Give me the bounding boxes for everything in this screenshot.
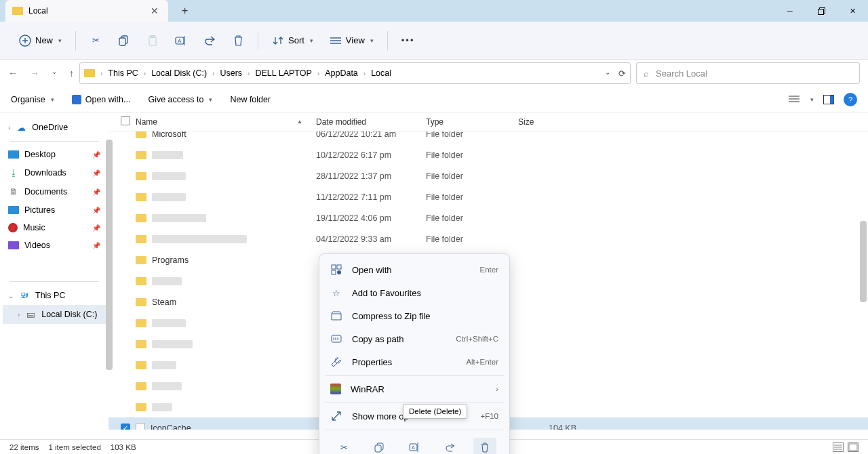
giveaccess-button[interactable]: Give access to ▾ — [148, 95, 212, 104]
row-checkbox[interactable]: ✓ — [121, 424, 130, 430]
new-tab-button[interactable]: + — [182, 5, 188, 17]
table-row[interactable]: 04/12/2022 9:33 amFile folder — [108, 228, 868, 249]
ctx-delete-button[interactable] — [473, 438, 496, 454]
ctx-compress-zip[interactable]: Compress to Zip file — [319, 304, 509, 327]
pictures-icon — [8, 206, 19, 214]
sort-icon — [272, 35, 284, 47]
ctx-winrar[interactable]: WinRAR› — [319, 378, 509, 400]
redacted-name — [152, 361, 176, 369]
sidebar-item-videos[interactable]: Videos📌 — [3, 236, 106, 254]
sidebar-item-pictures[interactable]: Pictures📌 — [3, 201, 106, 219]
crumb[interactable]: DELL LAPTOP — [252, 67, 314, 79]
sidebar-item-downloads[interactable]: ⭳Downloads📌 — [3, 163, 106, 182]
status-selected: 1 item selected — [48, 443, 100, 451]
row-date: 19/11/2022 4:06 pm — [316, 213, 426, 223]
close-button[interactable]: ✕ — [837, 0, 868, 22]
file-scrollbar[interactable] — [860, 221, 867, 302]
view-button[interactable]: View ▾ — [323, 30, 380, 51]
ctx-rename-button[interactable]: A — [403, 438, 426, 454]
new-button[interactable]: New ▾ — [12, 30, 68, 51]
sidebar-item-onedrive[interactable]: › ☁ OneDrive — [3, 118, 106, 137]
address-bar[interactable]: › This PC› Local Disk (C:)› Users› DELL … — [79, 62, 631, 84]
search-icon: ⌕ — [644, 68, 649, 79]
table-row[interactable]: Microsoft06/12/2022 10:21 amFile folder — [108, 131, 868, 144]
sidebar-item-localdisk[interactable]: ›🖴Local Disk (C:) — [3, 305, 106, 324]
sidebar-item-music[interactable]: Music📌 — [3, 219, 106, 236]
more-button[interactable]: ••• — [395, 31, 422, 49]
redacted-name — [152, 193, 186, 201]
tab[interactable]: Local ✕ — [5, 0, 168, 22]
chevron-down-icon: ▾ — [370, 37, 374, 44]
openwith-button[interactable]: Open with... — [72, 95, 131, 104]
crumb[interactable]: AppData — [322, 67, 361, 79]
chevron-down-icon: ▾ — [310, 37, 313, 44]
star-icon: ☆ — [330, 287, 342, 299]
folder-icon — [136, 382, 146, 390]
layout-icon[interactable] — [789, 96, 800, 104]
maximize-button[interactable] — [806, 0, 837, 22]
ctx-cut-button[interactable]: ✂ — [332, 438, 355, 454]
thumbnails-view-icon[interactable] — [848, 442, 859, 452]
pin-icon: 📌 — [92, 169, 100, 177]
command-bar: Organise ▾ Open with... Give access to ▾… — [0, 87, 868, 112]
crumb[interactable]: Users — [217, 67, 245, 79]
crumb[interactable]: Local — [368, 67, 394, 79]
folder-icon — [84, 69, 95, 77]
download-icon: ⭳ — [8, 167, 19, 178]
folder-icon — [136, 235, 146, 243]
ctx-add-favourites[interactable]: ☆Add to Favourites — [319, 281, 509, 304]
table-row[interactable]: 11/12/2022 7:11 pmFile folder — [108, 186, 868, 207]
history-chevron-icon[interactable]: ⌄ — [605, 68, 610, 79]
sidebar-item-documents[interactable]: 🗎Documents📌 — [3, 182, 106, 201]
ctx-copy-button[interactable] — [368, 438, 391, 454]
row-type: File folder — [426, 171, 518, 181]
up-button[interactable]: ↑ — [69, 68, 74, 79]
table-row[interactable]: 28/11/2022 1:37 pmFile folder — [108, 165, 868, 186]
newfolder-button[interactable]: New folder — [230, 95, 271, 104]
details-view-icon[interactable] — [833, 442, 844, 452]
paste-button[interactable] — [140, 30, 165, 51]
table-row[interactable]: 19/11/2022 4:06 pmFile folder — [108, 207, 868, 228]
minimize-button[interactable]: ─ — [774, 0, 806, 22]
select-all-checkbox[interactable] — [121, 116, 130, 125]
folder-icon — [136, 361, 146, 369]
drive-icon: 🖴 — [25, 309, 36, 320]
copy-button[interactable] — [111, 30, 137, 51]
row-type: File folder — [426, 192, 518, 202]
column-headers[interactable]: Name▲ Date modified Type Size — [108, 112, 868, 131]
forward-button[interactable]: → — [30, 68, 39, 79]
crumb[interactable]: Local Disk (C:) — [149, 67, 210, 79]
organise-button[interactable]: Organise ▾ — [11, 95, 54, 104]
desktop-icon — [8, 150, 19, 159]
delete-button[interactable] — [225, 30, 251, 51]
folder-icon — [136, 256, 146, 264]
sidebar-item-desktop[interactable]: Desktop📌 — [3, 146, 106, 163]
redacted-name — [152, 382, 182, 390]
ctx-copy-path[interactable]: Copy as pathCtrl+Shift+C — [319, 327, 509, 350]
sort-button[interactable]: Sort ▾ — [265, 30, 320, 51]
back-button[interactable]: ← — [8, 68, 18, 79]
chevron-down-icon: ▾ — [58, 37, 62, 44]
copypath-icon — [330, 333, 342, 345]
preview-pane-icon[interactable] — [823, 95, 834, 104]
help-icon[interactable]: ? — [844, 93, 857, 106]
rename-button[interactable]: A — [168, 30, 194, 51]
sort-label: Sort — [288, 35, 304, 45]
cut-button[interactable]: ✂ — [83, 30, 108, 51]
refresh-icon[interactable]: ⟳ — [618, 68, 626, 79]
recent-button[interactable]: ⌄ — [52, 68, 57, 79]
ctx-properties[interactable]: PropertiesAlt+Enter — [319, 350, 509, 373]
close-tab-icon[interactable]: ✕ — [148, 5, 161, 16]
ctx-share-button[interactable] — [438, 438, 461, 454]
crumb[interactable]: This PC — [105, 67, 140, 79]
share-button[interactable] — [197, 30, 222, 51]
chevron-down-icon[interactable]: ▾ — [810, 96, 814, 103]
ctx-open-with[interactable]: Open withEnter — [319, 258, 509, 281]
folder-icon — [136, 193, 146, 201]
table-row[interactable]: 10/12/2022 6:17 pmFile folder — [108, 144, 868, 165]
folder-icon — [136, 151, 146, 159]
sidebar-item-thispc[interactable]: ⌄🖳This PC — [3, 286, 106, 305]
redacted-name — [152, 277, 182, 285]
row-type: File folder — [426, 150, 518, 160]
search-input[interactable]: ⌕ Search Local — [636, 62, 860, 84]
